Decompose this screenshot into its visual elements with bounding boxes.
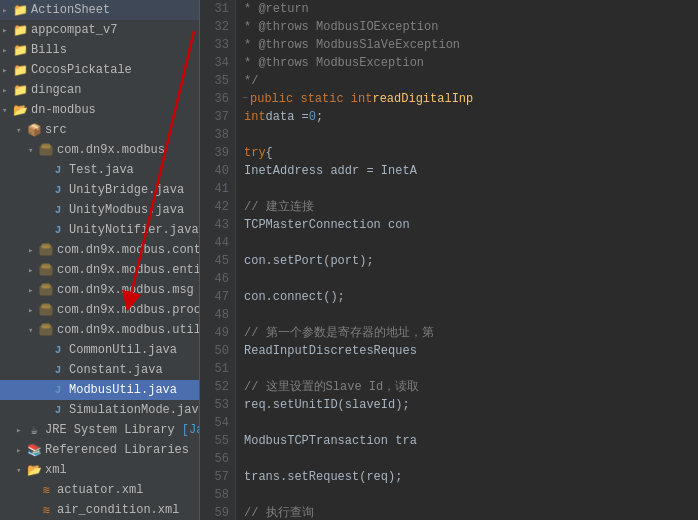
tree-item-JRESystemLibrary[interactable]: ☕JRE System Library [JavaSE-1.6] bbox=[0, 420, 199, 440]
code-token: TCPMasterConnection con bbox=[244, 216, 410, 234]
tree-item-label: UnityModbus.java bbox=[69, 203, 184, 217]
code-token: { bbox=[266, 144, 273, 162]
tree-item-actuator.xml[interactable]: ≋actuator.xml bbox=[0, 480, 199, 500]
tree-item-label: com.dn9x.modbus bbox=[57, 143, 165, 157]
tree-item-ModbusUtil.java[interactable]: JModbusUtil.java bbox=[0, 380, 199, 400]
code-line: // 第一个参数是寄存器的地址，第 bbox=[244, 324, 698, 342]
tree-item-Constant.java[interactable]: JConstant.java bbox=[0, 360, 199, 380]
line-number: 46 bbox=[200, 270, 229, 288]
xml-file-icon: ≋ bbox=[38, 502, 54, 518]
tree-item-SimulationMode.java[interactable]: JSimulationMode.java bbox=[0, 400, 199, 420]
code-line: // 建立连接 bbox=[244, 198, 698, 216]
java-file-icon: J bbox=[50, 342, 66, 358]
tree-item-com.dn9x.modbus[interactable]: com.dn9x.modbus bbox=[0, 140, 199, 160]
line-numbers: 3132333435363738394041424344454647484950… bbox=[200, 0, 236, 520]
tree-item-UnityModbus.java[interactable]: JUnityModbus.java bbox=[0, 200, 199, 220]
code-line bbox=[244, 360, 698, 378]
code-line bbox=[244, 126, 698, 144]
tree-item-com.dn9x.modbus.controller[interactable]: com.dn9x.modbus.controller bbox=[0, 240, 199, 260]
tree-item-label: dn-modbus bbox=[31, 103, 96, 117]
java-file-icon: J bbox=[50, 222, 66, 238]
code-token: data = bbox=[266, 108, 309, 126]
line-number: 58 bbox=[200, 486, 229, 504]
tree-item-CommonUtil.java[interactable]: JCommonUtil.java bbox=[0, 340, 199, 360]
folder-icon: 📁 bbox=[12, 2, 28, 18]
source-root-icon: 📦 bbox=[26, 122, 42, 138]
line-number: 39 bbox=[200, 144, 229, 162]
code-token: req.setUnitID(slaveId); bbox=[244, 396, 410, 414]
tree-arrow bbox=[16, 125, 26, 136]
tree-item-xml[interactable]: 📂xml bbox=[0, 460, 199, 480]
code-token: int bbox=[244, 108, 266, 126]
tree-item-ActionSheet[interactable]: 📁ActionSheet bbox=[0, 0, 199, 20]
line-number: 57 bbox=[200, 468, 229, 486]
code-token: * @throws ModbusSlaVeException bbox=[244, 36, 460, 54]
tree-arrow bbox=[2, 105, 12, 116]
package-icon bbox=[38, 282, 54, 298]
code-line bbox=[244, 234, 698, 252]
xml-file-icon: ≋ bbox=[38, 482, 54, 498]
code-token: // 这里设置的Slave Id，读取 bbox=[244, 378, 419, 396]
package-icon bbox=[38, 142, 54, 158]
tree-item-appcompat_v7[interactable]: 📁appcompat_v7 bbox=[0, 20, 199, 40]
code-token: * @return bbox=[244, 0, 309, 18]
tree-item-CocosPickatale[interactable]: 📁CocosPickatale bbox=[0, 60, 199, 80]
line-number: 41 bbox=[200, 180, 229, 198]
svg-rect-1 bbox=[42, 144, 50, 148]
code-editor-panel: 3132333435363738394041424344454647484950… bbox=[200, 0, 698, 520]
library-icon: 📚 bbox=[26, 442, 42, 458]
folder-icon: 📁 bbox=[12, 42, 28, 58]
code-line: * @return bbox=[244, 0, 698, 18]
code-token: // 执行查询 bbox=[244, 504, 314, 520]
tree-item-label: actuator.xml bbox=[57, 483, 143, 497]
tree-item-air_condition.xml[interactable]: ≋air_condition.xml bbox=[0, 500, 199, 520]
tree-item-label: JRE System Library [JavaSE-1.6] bbox=[45, 423, 199, 437]
code-line: // 这里设置的Slave Id，读取 bbox=[244, 378, 698, 396]
line-number: 32 bbox=[200, 18, 229, 36]
line-number: 45 bbox=[200, 252, 229, 270]
package-icon bbox=[38, 302, 54, 318]
tree-arrow bbox=[28, 245, 38, 256]
tree-item-com.dn9x.modbus.util[interactable]: com.dn9x.modbus.util bbox=[0, 320, 199, 340]
tree-item-label: com.dn9x.modbus.msg bbox=[57, 283, 194, 297]
code-line: */ bbox=[244, 72, 698, 90]
tree-item-src[interactable]: 📦src bbox=[0, 120, 199, 140]
tree-item-Bills[interactable]: 📁Bills bbox=[0, 40, 199, 60]
tree-arrow bbox=[16, 445, 26, 456]
tree-item-Test.java[interactable]: JTest.java bbox=[0, 160, 199, 180]
tree-arrow bbox=[28, 325, 38, 336]
line-number: 53 bbox=[200, 396, 229, 414]
code-token: con.setPort(port); bbox=[244, 252, 374, 270]
tree-item-label: Constant.java bbox=[69, 363, 163, 377]
line-number: 37 bbox=[200, 108, 229, 126]
line-number: 51 bbox=[200, 360, 229, 378]
tree-item-dn-modbus[interactable]: 📂dn-modbus bbox=[0, 100, 199, 120]
tree-item-com.dn9x.modbus.msg[interactable]: com.dn9x.modbus.msg bbox=[0, 280, 199, 300]
line-number: 44 bbox=[200, 234, 229, 252]
tree-item-UnityNotifier.java[interactable]: JUnityNotifier.java bbox=[0, 220, 199, 240]
tree-arrow bbox=[28, 285, 38, 296]
tree-item-dingcan[interactable]: 📁dingcan bbox=[0, 80, 199, 100]
svg-rect-3 bbox=[42, 244, 50, 248]
folder-icon: 📁 bbox=[12, 82, 28, 98]
code-line: // 执行查询 bbox=[244, 504, 698, 520]
line-number: 47 bbox=[200, 288, 229, 306]
code-line bbox=[244, 270, 698, 288]
code-token: * @throws ModbusIOException bbox=[244, 18, 438, 36]
fold-icon[interactable]: − bbox=[242, 90, 248, 108]
tree-item-com.dn9x.modbus.entity[interactable]: com.dn9x.modbus.entity bbox=[0, 260, 199, 280]
line-number: 54 bbox=[200, 414, 229, 432]
code-token: ; bbox=[316, 108, 323, 126]
tree-arrow bbox=[2, 65, 12, 76]
tree-item-label: ModbusUtil.java bbox=[69, 383, 177, 397]
code-content: * @return * @throws ModbusIOException * … bbox=[236, 0, 698, 520]
tree-item-com.dn9x.modbus.procimg[interactable]: com.dn9x.modbus.procimg bbox=[0, 300, 199, 320]
tree-item-label: CommonUtil.java bbox=[69, 343, 177, 357]
folder-open-icon: 📂 bbox=[26, 462, 42, 478]
tree-item-ReferencedLibraries[interactable]: 📚Referenced Libraries bbox=[0, 440, 199, 460]
line-number: 38 bbox=[200, 126, 229, 144]
tree-item-UnityBridge.java[interactable]: JUnityBridge.java bbox=[0, 180, 199, 200]
tree-item-label: dingcan bbox=[31, 83, 81, 97]
tree-item-label: Referenced Libraries bbox=[45, 443, 189, 457]
code-token: // 第一个参数是寄存器的地址，第 bbox=[244, 324, 434, 342]
